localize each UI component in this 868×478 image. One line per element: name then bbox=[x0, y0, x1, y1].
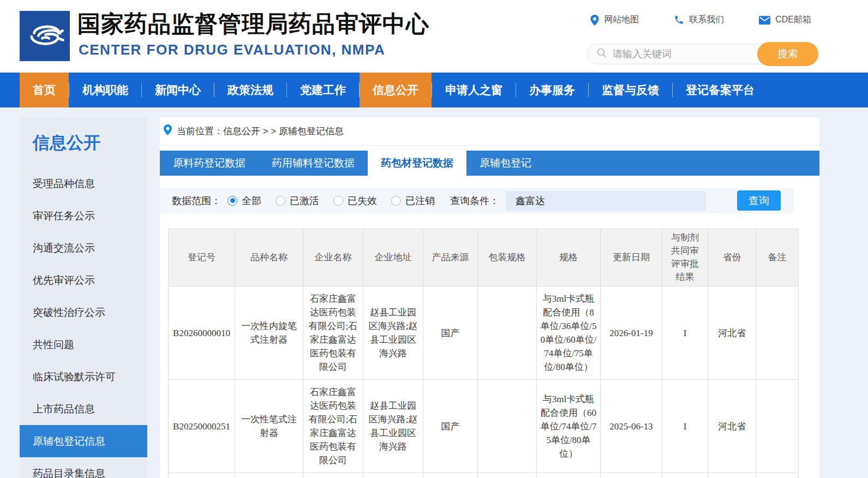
tab-bar: 原料药登记数据药用辅料登记数据药包材登记数据原辅包登记 bbox=[160, 151, 819, 176]
table-cell: 赵县工业园 bbox=[363, 473, 423, 478]
table-cell: 河北省 bbox=[708, 286, 756, 380]
search-icon bbox=[596, 47, 607, 61]
tab-0[interactable]: 原料药登记数据 bbox=[160, 151, 259, 176]
nav-item-5[interactable]: 信息公开 bbox=[360, 73, 432, 107]
main-panel: 当前位置：信息公开 > > 原辅包登记信息 原料药登记数据药用辅料登记数据药包材… bbox=[160, 117, 819, 478]
sidebar-item-9[interactable]: 药品目录集信息 bbox=[20, 457, 147, 478]
table-cell: 赵县工业园区海兴路;赵县工业园区海兴路 bbox=[363, 380, 423, 473]
table-cell: 2025-06-13 bbox=[601, 380, 662, 473]
registration-table: 登记号品种名称企业名称企业地址产品来源包装规格规格更新日期与制剂共同审评审批结果… bbox=[168, 229, 799, 478]
radio-option-label: 已失效 bbox=[348, 194, 377, 207]
page-subtitle: CENTER FOR DRUG EVALUATION, NMPA bbox=[79, 41, 385, 58]
column-header: 与制剂共同审评审批结果 bbox=[662, 229, 708, 286]
radio-option-1[interactable]: 已激活 bbox=[276, 194, 319, 207]
tab-1[interactable]: 药用辅料登记数据 bbox=[259, 151, 368, 176]
nav-item-6[interactable]: 申请人之窗 bbox=[432, 73, 516, 107]
radio-option-3[interactable]: 已注销 bbox=[391, 194, 435, 207]
column-header: 包装规格 bbox=[478, 229, 537, 286]
nav-item-8[interactable]: 监督与反馈 bbox=[589, 73, 672, 107]
column-header: 登记号 bbox=[169, 229, 235, 286]
quick-link-1[interactable]: 联系我们 bbox=[674, 14, 724, 26]
table-cell bbox=[478, 473, 537, 478]
nav-item-4[interactable]: 党建工作 bbox=[287, 73, 359, 107]
quick-link-2[interactable]: CDE邮箱 bbox=[759, 14, 811, 26]
sidebar-item-1[interactable]: 审评任务公示 bbox=[20, 200, 147, 232]
sidebar-item-8[interactable]: 原辅包登记信息 bbox=[20, 425, 147, 457]
radio-option-label: 全部 bbox=[242, 194, 261, 207]
column-header: 品种名称 bbox=[235, 229, 303, 286]
quick-link-label: 联系我们 bbox=[689, 14, 724, 26]
table-cell bbox=[756, 286, 799, 380]
sidebar-item-0[interactable]: 受理品种信息 bbox=[20, 168, 147, 200]
tab-3[interactable]: 原辅包登记 bbox=[466, 151, 544, 176]
sidebar-item-3[interactable]: 优先审评公示 bbox=[20, 264, 147, 296]
query-input[interactable] bbox=[506, 191, 706, 211]
table-cell: 石家庄鑫富达医药包装有限公司;石家庄鑫富达医药包装有限公司 bbox=[303, 380, 363, 473]
radio-circle-icon bbox=[333, 196, 343, 206]
column-header: 更新日期 bbox=[601, 229, 662, 286]
table-cell bbox=[708, 473, 756, 478]
column-header: 备注 bbox=[756, 229, 799, 286]
scope-radio-group: 全部已激活已失效已注销 bbox=[228, 194, 435, 207]
table-cell bbox=[303, 473, 363, 478]
table-cell: I bbox=[662, 380, 708, 473]
sidebar-items: 受理品种信息审评任务公示沟通交流公示优先审评公示突破性治疗公示共性问题临床试验默… bbox=[20, 168, 147, 478]
table-cell: 一次性笔式注射器 bbox=[235, 380, 303, 473]
table-cell: I bbox=[662, 286, 708, 380]
quick-link-0[interactable]: 网站地图 bbox=[590, 14, 639, 26]
table-cell: 与3ml卡式瓶配合使用（60单位/74单位/75单位/80单位） bbox=[537, 380, 601, 473]
nav-item-0[interactable]: 首页 bbox=[20, 73, 69, 107]
table-cell bbox=[756, 473, 799, 478]
table-cell: 国产 bbox=[423, 286, 478, 380]
sidebar-item-4[interactable]: 突破性治疗公示 bbox=[20, 296, 147, 328]
phone-icon bbox=[674, 15, 684, 25]
sidebar-item-5[interactable]: 共性问题 bbox=[20, 328, 147, 361]
quick-links: 网站地图联系我们CDE邮箱 bbox=[590, 14, 811, 26]
site-search: 搜索 bbox=[587, 42, 818, 66]
table-cell: 与3ml卡式瓶配合使用（8单位/36单位/50单位/60单位/74单位/75单位… bbox=[537, 286, 601, 380]
site-header: 国家药品监督管理局药品审评中心 CENTER FOR DRUG EVALUATI… bbox=[0, 0, 868, 73]
page-title: 国家药品监督管理局药品审评中心 bbox=[77, 9, 429, 39]
radio-circle-icon bbox=[228, 196, 237, 206]
filter-bar: 数据范围： 全部已激活已失效已注销 查询条件： 查询 bbox=[160, 188, 794, 213]
query-button[interactable]: 查询 bbox=[737, 190, 781, 211]
tab-2[interactable]: 药包材登记数据 bbox=[368, 151, 466, 176]
table-cell bbox=[662, 473, 708, 478]
radio-option-0[interactable]: 全部 bbox=[228, 194, 261, 207]
table-cell bbox=[537, 473, 601, 478]
breadcrumb: 当前位置：信息公开 > > 原辅包登记信息 bbox=[160, 117, 819, 146]
radio-circle-icon bbox=[391, 196, 401, 206]
sidebar: 信息公开 受理品种信息审评任务公示沟通交流公示优先审评公示突破性治疗公示共性问题… bbox=[20, 117, 147, 478]
table-cell bbox=[601, 473, 662, 478]
column-header: 省份 bbox=[708, 229, 756, 286]
main-nav: 首页机构职能新闻中心政策法规党建工作信息公开申请人之窗办事服务监督与反馈登记备案… bbox=[0, 73, 868, 107]
quick-link-label: CDE邮箱 bbox=[775, 14, 811, 26]
nav-item-1[interactable]: 机构职能 bbox=[69, 73, 141, 107]
column-header: 企业地址 bbox=[363, 229, 423, 286]
table-cell: 河北省 bbox=[708, 380, 756, 473]
search-input[interactable] bbox=[613, 49, 749, 60]
sidebar-item-6[interactable]: 临床试验默示许可 bbox=[20, 361, 147, 393]
table-cell: 一次性内旋笔式注射器 bbox=[235, 286, 303, 380]
nav-item-7[interactable]: 办事服务 bbox=[516, 73, 588, 107]
sidebar-item-2[interactable]: 沟通交流公示 bbox=[20, 232, 147, 264]
nav-item-9[interactable]: 登记备案平台 bbox=[673, 73, 768, 107]
envelope-icon bbox=[759, 16, 770, 25]
table-cell bbox=[756, 380, 799, 473]
cde-logo bbox=[20, 11, 70, 61]
column-header: 规格 bbox=[537, 229, 601, 286]
search-button[interactable]: 搜索 bbox=[757, 42, 818, 66]
radio-option-label: 已注销 bbox=[405, 194, 435, 207]
table-row-1: B20250000251一次性笔式注射器石家庄鑫富达医药包装有限公司;石家庄鑫富… bbox=[169, 380, 799, 473]
radio-option-2[interactable]: 已失效 bbox=[333, 194, 377, 207]
table-cell: 石家庄鑫富达医药包装有限公司;石家庄鑫富达医药包装有限公司 bbox=[303, 286, 363, 380]
table-body: B20260000010一次性内旋笔式注射器石家庄鑫富达医药包装有限公司;石家庄… bbox=[169, 286, 799, 478]
table-cell: B20260000010 bbox=[169, 286, 235, 380]
nav-item-3[interactable]: 政策法规 bbox=[214, 73, 286, 107]
logo-fish-icon bbox=[23, 14, 66, 58]
column-header: 企业名称 bbox=[303, 229, 363, 286]
table-cell: B20250000251 bbox=[169, 380, 235, 473]
nav-item-2[interactable]: 新闻中心 bbox=[142, 73, 214, 107]
location-pin-icon bbox=[590, 15, 599, 26]
sidebar-item-7[interactable]: 上市药品信息 bbox=[20, 393, 147, 425]
